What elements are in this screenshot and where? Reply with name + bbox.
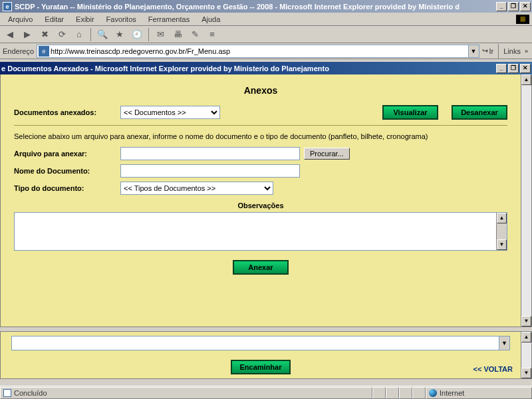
- favorites-button[interactable]: ★: [112, 27, 127, 42]
- lower-scrollbar[interactable]: ▲ ▼: [521, 332, 531, 378]
- discuss-button[interactable]: ≡: [205, 27, 219, 42]
- status-pane-2: [386, 387, 399, 399]
- procurar-button[interactable]: Procurar...: [304, 148, 350, 160]
- nome-documento-input[interactable]: [120, 164, 300, 178]
- status-pane-1: [372, 387, 386, 399]
- obs-scroll-up-icon[interactable]: ▲: [497, 213, 507, 223]
- observacoes-textarea[interactable]: ▲ ▼: [14, 212, 507, 251]
- status-pane-4: [412, 387, 426, 399]
- documentos-anexados-label: Documentos anexados:: [14, 108, 120, 116]
- menu-ajuda[interactable]: Ajuda: [196, 14, 225, 25]
- lower-scroll-up-icon[interactable]: ▲: [521, 332, 531, 342]
- tipo-documento-select[interactable]: << Tipos de Documentos >>: [120, 182, 273, 195]
- menu-ferramentas[interactable]: Ferramentas: [143, 14, 195, 25]
- tipo-documento-label: Tipo do documento:: [14, 184, 120, 192]
- back-button[interactable]: ◀: [3, 27, 17, 42]
- instruction-text: Selecione abaixo um arquivo para anexar,…: [14, 132, 507, 140]
- history-button[interactable]: 🕘: [130, 27, 144, 42]
- home-button[interactable]: ⌂: [72, 27, 86, 42]
- documentos-anexados-select[interactable]: << Documentos >>: [120, 106, 220, 119]
- observacoes-label: Observações: [14, 201, 507, 209]
- links-chevron-icon[interactable]: »: [523, 48, 529, 55]
- menu-favoritos[interactable]: Favoritos: [101, 14, 142, 25]
- page-title: Anexos: [14, 85, 507, 96]
- sub-window-title-text: Documentos Anexados - Microsoft Internet…: [7, 65, 329, 72]
- address-bar: Endereço e http://www.treinascdp.redegov…: [0, 43, 532, 59]
- obs-scroll-down-icon[interactable]: ▼: [497, 239, 507, 250]
- voltar-link[interactable]: << VOLTAR: [473, 365, 513, 373]
- sub-minimize-button[interactable]: _: [496, 64, 507, 73]
- menu-editar[interactable]: Editar: [39, 14, 69, 25]
- refresh-button[interactable]: ⟳: [55, 27, 69, 42]
- arquivo-anexar-input[interactable]: [120, 147, 300, 160]
- links-label[interactable]: Links: [503, 47, 521, 55]
- minimize-button[interactable]: _: [496, 2, 507, 11]
- nome-documento-label: Nome do Documento:: [14, 167, 120, 175]
- sub-window: e Documentos Anexados - Microsoft Intern…: [0, 62, 532, 327]
- encaminhar-button[interactable]: Encaminhar: [231, 360, 291, 374]
- zone-text: Internet: [440, 389, 464, 397]
- ie-icon: e: [3, 2, 12, 11]
- window-title-text: SCDP - Yuratan -- Ministério do Planejam…: [15, 3, 460, 11]
- anexar-button[interactable]: Anexar: [233, 260, 289, 275]
- desanexar-button[interactable]: Desanexar: [452, 105, 507, 120]
- sub-restore-button[interactable]: ❐: [508, 64, 519, 73]
- status-pane-3: [399, 387, 412, 399]
- address-label: Endereço: [3, 47, 34, 55]
- status-bar: Concluído Internet: [0, 386, 532, 399]
- mail-button[interactable]: ✉: [153, 27, 168, 42]
- arquivo-anexar-label: Arquivo para anexar:: [14, 150, 120, 158]
- toolbar: ◀ ▶ ✖ ⟳ ⌂ 🔍 ★ 🕘 ✉ 🖶 ✎ ≡: [0, 26, 532, 43]
- lower-dropdown-icon[interactable]: ▼: [499, 336, 509, 350]
- menu-exibir[interactable]: Exibir: [70, 14, 100, 25]
- internet-zone-icon: [429, 389, 437, 397]
- print-button[interactable]: 🖶: [170, 27, 185, 42]
- forward-button[interactable]: ▶: [20, 27, 35, 42]
- menu-arquivo[interactable]: Arquivo: [3, 14, 38, 25]
- address-dropdown-icon[interactable]: ▼: [468, 45, 479, 57]
- edit-button[interactable]: ✎: [188, 27, 202, 42]
- restore-button[interactable]: ❐: [508, 2, 519, 11]
- ie-icon: e: [1, 65, 5, 72]
- status-text: Concluído: [14, 389, 47, 397]
- anexos-form-area: Anexos Documentos anexados: << Documento…: [0, 74, 532, 327]
- windows-flag-icon: ⊞: [516, 15, 529, 24]
- close-button[interactable]: ✕: [520, 2, 531, 11]
- visualizar-button[interactable]: Visualizar: [382, 105, 438, 120]
- sub-window-titlebar: e Documentos Anexados - Microsoft Intern…: [0, 62, 532, 74]
- go-label: Ir: [489, 47, 494, 55]
- search-button[interactable]: 🔍: [95, 27, 110, 42]
- status-doc-icon: [3, 389, 11, 397]
- lower-scroll-down-icon[interactable]: ▼: [521, 368, 531, 378]
- lower-panel: ▼ Encaminhar ▲ ▼ << VOLTAR: [0, 331, 532, 379]
- lower-select[interactable]: ▼: [11, 336, 510, 350]
- address-url[interactable]: http://www.treinascdp.redegoverno.gov.br…: [51, 47, 467, 55]
- vertical-scrollbar[interactable]: ▲ ▼: [521, 74, 531, 327]
- go-button[interactable]: ↪ Ir: [482, 47, 494, 55]
- main-window-titlebar: e SCDP - Yuratan -- Ministério do Planej…: [0, 0, 532, 13]
- sub-close-button[interactable]: ✕: [520, 64, 531, 73]
- go-icon: ↪: [482, 47, 488, 55]
- menu-bar: Arquivo Editar Exibir Favoritos Ferramen…: [0, 13, 532, 26]
- scroll-up-icon[interactable]: ▲: [521, 74, 531, 85]
- page-icon: e: [39, 46, 49, 57]
- scroll-down-icon[interactable]: ▼: [521, 316, 531, 327]
- separator: [14, 125, 507, 126]
- address-combo[interactable]: e http://www.treinascdp.redegoverno.gov.…: [37, 45, 479, 58]
- stop-button[interactable]: ✖: [37, 27, 52, 42]
